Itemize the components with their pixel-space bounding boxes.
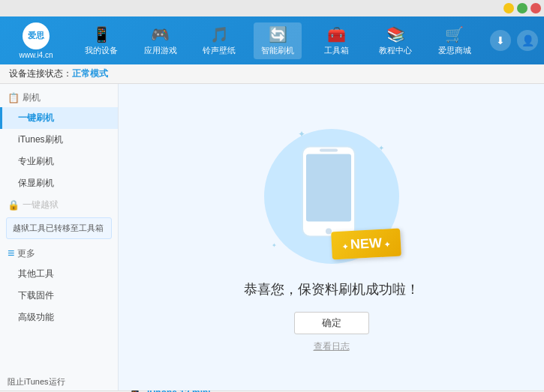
section-more[interactable]: ≡ 更多 xyxy=(0,242,118,263)
more-icon: ≡ xyxy=(8,247,14,260)
sparkle-3: ✦ xyxy=(272,242,277,249)
sparkle-2: ✦ xyxy=(378,144,384,152)
content-inner: ✦ ✦ ✦ NEW 恭喜您，保资料刷机成功啦！ 确定 查看日志 xyxy=(244,121,419,353)
nav-item-shop[interactable]: 🛒 爱思商城 xyxy=(431,22,479,59)
apps-games-icon: 🎮 xyxy=(151,25,170,43)
shop-label: 爱思商城 xyxy=(438,45,471,56)
nav-item-tutorials[interactable]: 📚 教程中心 xyxy=(371,22,419,59)
svg-point-3 xyxy=(326,229,332,235)
section-more-label: 更多 xyxy=(17,247,35,260)
logo-text: www.i4.cn xyxy=(19,51,53,59)
status-bar: 设备连接状态： 正常模式 xyxy=(0,64,544,84)
sidebar-item-pro-flash[interactable]: 专业刷机 xyxy=(0,151,118,172)
tutorials-icon: 📚 xyxy=(386,25,405,43)
toolbox-icon: 🧰 xyxy=(327,25,346,43)
svg-rect-1 xyxy=(306,154,351,222)
nav-items: 📱 我的设备 🎮 应用游戏 🎵 铃声壁纸 🔄 智能刷机 🧰 工具箱 📚 教程中心… xyxy=(72,22,484,59)
svg-rect-2 xyxy=(320,149,338,152)
apps-games-label: 应用游戏 xyxy=(144,45,177,56)
nav-item-my-device[interactable]: 📱 我的设备 xyxy=(77,22,125,59)
logo-area: 爱思 www.i4.cn xyxy=(6,22,66,59)
user-btn[interactable]: 👤 xyxy=(517,30,538,51)
section-flash-label: 刷机 xyxy=(23,91,41,104)
flash-section-icon: 📋 xyxy=(8,92,20,103)
toolbox-label: 工具箱 xyxy=(324,45,349,56)
title-bar xyxy=(0,0,544,16)
section-jailbreak: 🔒 一键越狱 xyxy=(0,194,118,214)
nav-item-toolbox[interactable]: 🧰 工具箱 xyxy=(313,22,361,59)
status-prefix: 设备连接状态： xyxy=(9,67,72,80)
status-value: 正常模式 xyxy=(72,67,108,80)
nav-item-smart-flash[interactable]: 🔄 智能刷机 xyxy=(254,22,302,59)
sidebar-item-save-flash[interactable]: 保显刷机 xyxy=(0,172,118,194)
smart-flash-icon: 🔄 xyxy=(269,25,287,43)
maximize-btn[interactable] xyxy=(517,3,527,13)
stop-itunes-bar: 阻止iTunes运行 xyxy=(0,371,65,392)
sidebar-item-itunes[interactable]: iTunes刷机 xyxy=(0,129,118,151)
sidebar-item-download-firmware[interactable]: 下载固件 xyxy=(0,285,118,307)
section-flash[interactable]: 📋 刷机 xyxy=(0,87,118,107)
smart-flash-label: 智能刷机 xyxy=(261,45,294,56)
jailbreak-lock-icon: 🔒 xyxy=(8,199,20,211)
main-layout: 📋 刷机 一键刷机 iTunes刷机 专业刷机 保显刷机 🔒 一键越狱 越狱工具… xyxy=(0,84,544,391)
phone-svg xyxy=(299,143,359,241)
minimize-btn[interactable] xyxy=(503,3,514,13)
sparkle-1: ✦ xyxy=(298,129,305,139)
ringtones-label: 铃声壁纸 xyxy=(203,45,236,56)
log-link[interactable]: 查看日志 xyxy=(314,340,350,353)
new-badge: NEW xyxy=(331,229,401,260)
ringtones-icon: 🎵 xyxy=(210,25,229,43)
phone-illustration: ✦ ✦ ✦ NEW xyxy=(257,121,407,271)
nav-item-apps-games[interactable]: 🎮 应用游戏 xyxy=(137,22,185,59)
logo-icon: 爱思 xyxy=(23,22,50,49)
jailbreak-info: 越狱工具已转移至工具箱 xyxy=(6,217,112,239)
success-text: 恭喜您，保资料刷机成功啦！ xyxy=(244,280,419,298)
nav-item-ringtones[interactable]: 🎵 铃声壁纸 xyxy=(195,22,243,59)
nav-right: ⬇ 👤 xyxy=(490,30,538,51)
sidebar-item-one-click[interactable]: 一键刷机 xyxy=(0,107,118,129)
confirm-button[interactable]: 确定 xyxy=(294,312,369,334)
sidebar-item-other-tools[interactable]: 其他工具 xyxy=(0,263,118,285)
close-btn[interactable] xyxy=(530,3,541,13)
shop-icon: 🛒 xyxy=(445,25,464,43)
top-nav: 爱思 www.i4.cn 📱 我的设备 🎮 应用游戏 🎵 铃声壁纸 🔄 智能刷机… xyxy=(0,16,544,64)
section-jailbreak-label: 一键越狱 xyxy=(23,199,59,211)
my-device-icon: 📱 xyxy=(92,25,111,43)
sidebar: 📋 刷机 一键刷机 iTunes刷机 专业刷机 保显刷机 🔒 一键越狱 越狱工具… xyxy=(0,84,119,391)
my-device-label: 我的设备 xyxy=(85,45,118,56)
content-area: ✦ ✦ ✦ NEW 恭喜您，保资料刷机成功啦！ 确定 查看日志 xyxy=(119,84,544,391)
sidebar-item-advanced[interactable]: 高级功能 xyxy=(0,307,118,328)
stop-itunes-btn[interactable]: 阻止iTunes运行 xyxy=(8,376,65,388)
download-btn[interactable]: ⬇ xyxy=(490,30,511,51)
tutorials-label: 教程中心 xyxy=(379,45,412,56)
